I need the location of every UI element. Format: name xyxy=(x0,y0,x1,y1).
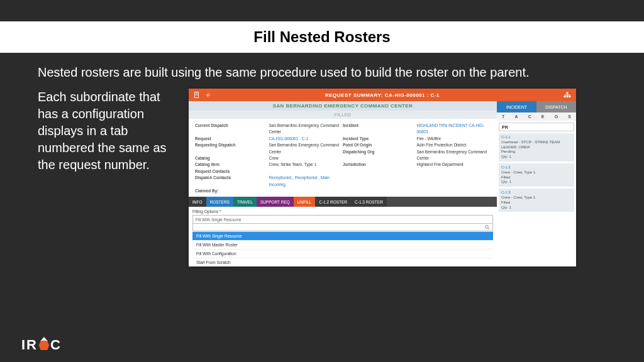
center-name: SAN BERNARDINO EMERGENCY COMMAND CENTER xyxy=(189,101,497,111)
tab-travel[interactable]: TRAVEL xyxy=(233,197,257,207)
val-catalog: Crew xyxy=(269,156,279,160)
lbl-catalog-item: Catalog Item xyxy=(195,162,219,168)
val-point-of-origin: Adin Fire Protection District xyxy=(417,143,467,147)
lbl-current-dispatch: Current Dispatch xyxy=(195,123,228,129)
lbl-requesting-dispatch: Requesting Dispatch xyxy=(195,142,236,148)
sidebar-tab-dispatch[interactable]: DISPATCH xyxy=(536,101,576,112)
lbl-dispatch-contacts: Dispatch Contacts xyxy=(195,175,231,181)
sidebar: INCIDENT DISPATCH T A C E O S PR C-1.1 xyxy=(497,101,576,266)
filter-e[interactable]: E xyxy=(541,114,545,119)
lbl-catalog: Catalog xyxy=(195,155,210,162)
option-master-roster[interactable]: Fill With Master Roster xyxy=(192,240,493,249)
tab-unfill[interactable]: UNFILL xyxy=(294,197,315,207)
filter-t[interactable]: T xyxy=(502,114,504,119)
lbl-incident-type: Incident Type xyxy=(343,136,369,142)
tab-c13-roster[interactable]: C-1.3 ROSTER xyxy=(351,197,387,207)
lbl-point-of-origin: Point Of Origin xyxy=(343,142,372,148)
filling-options-select[interactable]: Fill With Single Resource xyxy=(192,215,493,224)
sidebar-item-desc: Crew - Crew, Type 1 xyxy=(501,170,535,174)
sidebar-item-c11[interactable]: C-1.1 Overhead - STCR - STRIKE TEAM LEAD… xyxy=(499,133,574,162)
sidebar-filter-row[interactable]: T A C E O S xyxy=(497,112,576,121)
val-dispatching-org: San Bernardino Emergency Command Center xyxy=(417,150,487,160)
option-start-from-scratch[interactable]: Start From Scratch xyxy=(192,258,493,266)
val-dispatch-contacts[interactable]: Receptionist , Receptionist , Main Incom… xyxy=(269,175,330,186)
tab-c12-roster[interactable]: C-1.2 ROSTER xyxy=(315,197,351,207)
val-jurisdiction: Highland Fire Department xyxy=(417,162,464,167)
sidebar-item-qty: Qty: 1 xyxy=(501,206,511,209)
lbl-dispatching-org: Dispatching Org xyxy=(343,149,375,155)
filter-o[interactable]: O xyxy=(555,114,558,119)
paragraph-2: Each subordinate that has a configuratio… xyxy=(38,89,189,266)
sidebar-item-status: Pending xyxy=(501,150,515,153)
sidebar-item-desc: Crew - Crew, Type 1 xyxy=(501,195,535,199)
tab-support-req[interactable]: SUPPORT REQ xyxy=(257,197,294,207)
svg-point-7 xyxy=(486,225,489,228)
val-current-dispatch: San Bernardino Emergency Command Center xyxy=(269,123,340,134)
lbl-claimed-by: Claimed By: xyxy=(195,188,219,194)
sidebar-item-id: C-1.1 xyxy=(501,135,511,139)
sidebar-item-qty: Qty: 1 xyxy=(501,155,511,158)
sidebar-item-qty: Qty: 1 xyxy=(501,180,511,184)
val-request[interactable]: CA-HIG-000001 : C-1 xyxy=(269,136,309,141)
lbl-incident: Incident xyxy=(343,123,358,129)
sidebar-item-desc: Overhead - STCR - STRIKE TEAM LEADER, CR… xyxy=(501,140,560,149)
filter-s[interactable]: S xyxy=(568,114,571,119)
sidebar-item-id: C-1.3 xyxy=(501,190,511,194)
option-single-resource[interactable]: Fill With Single Resource xyxy=(192,231,493,240)
lbl-jurisdiction: Jurisdiction xyxy=(343,162,366,168)
option-configuration[interactable]: Fill With Configuration xyxy=(192,249,493,258)
search-icon xyxy=(485,225,490,230)
val-catalog-item: Crew, Strike Team, Type 1 xyxy=(269,162,317,167)
lbl-request-contacts: Request Contacts xyxy=(195,168,230,175)
flame-icon xyxy=(38,337,50,351)
svg-line-8 xyxy=(488,228,489,229)
filter-c[interactable]: C xyxy=(528,114,531,119)
filling-search-row[interactable] xyxy=(192,224,493,231)
request-summary-header: REQUEST SUMMARY: CA-HIG-000001 : C-1 xyxy=(189,89,576,101)
val-incident[interactable]: HIGHLAND TRN INCIDENT CA-HIG-00003 xyxy=(417,123,485,134)
logo-text-right: C xyxy=(50,337,62,353)
iroc-logo: IR C xyxy=(21,337,62,353)
filter-a[interactable]: A xyxy=(514,114,518,119)
details-panel: Current Dispatch Request Requesting Disp… xyxy=(189,119,497,197)
sidebar-item-status: Filled xyxy=(501,175,510,179)
sidebar-item-c13[interactable]: C-1.3 Crew - Crew, Type 1 Filled Qty: 1 xyxy=(499,189,574,212)
logo-text-left: IR xyxy=(21,337,38,353)
lbl-request: Request xyxy=(195,136,211,142)
tab-bar: INFO ROSTERS TRAVEL SUPPORT REQ UNFILL C… xyxy=(189,197,497,207)
val-requesting-dispatch: San Bernardino Emergency Command Center xyxy=(269,143,340,153)
filling-options-panel: Filling Options * Fill With Single Resou… xyxy=(189,207,497,266)
body-text: Nested rosters are built using the same … xyxy=(0,53,644,81)
slide-title: Fill Nested Rosters xyxy=(253,28,390,46)
tab-rosters[interactable]: ROSTERS xyxy=(206,197,233,207)
sidebar-pr-input[interactable]: PR xyxy=(499,123,574,131)
status-filled: FILLED xyxy=(189,111,497,119)
tab-info[interactable]: INFO xyxy=(189,197,206,207)
sidebar-item-id: C-1.2 xyxy=(501,165,511,169)
val-incident-type: Fire - Wildfire xyxy=(417,136,441,141)
sidebar-item-status: Filled xyxy=(501,200,510,204)
paragraph-1: Nested rosters are built using the same … xyxy=(38,64,606,81)
filling-options-label: Filling Options * xyxy=(192,209,493,214)
sidebar-tab-incident[interactable]: INCIDENT xyxy=(497,101,536,112)
title-bar: Fill Nested Rosters xyxy=(0,21,644,53)
request-summary-label: REQUEST SUMMARY: CA-HIG-000001 : C-1 xyxy=(189,92,576,98)
app-screenshot: REQUEST SUMMARY: CA-HIG-000001 : C-1 SAN… xyxy=(189,89,623,266)
filling-options-dropdown: Fill With Single Resource Fill With Mast… xyxy=(192,231,493,266)
sidebar-item-c12[interactable]: C-1.2 Crew - Crew, Type 1 Filled Qty: 1 xyxy=(499,163,574,187)
